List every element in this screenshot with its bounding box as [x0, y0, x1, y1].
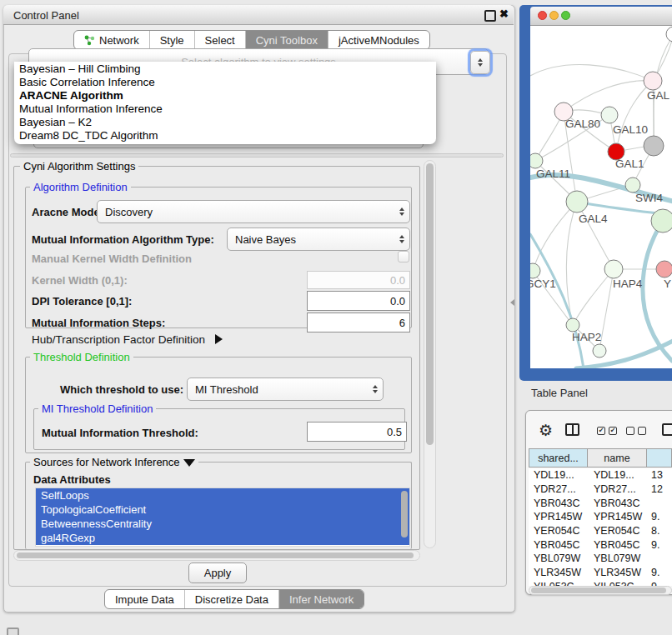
- tab-jactivemnodules[interactable]: jActiveMNodules: [328, 31, 429, 49]
- zoom-traffic-light[interactable]: [561, 11, 570, 20]
- list-scrollbar-thumb[interactable]: [401, 491, 408, 538]
- column-header-name[interactable]: name: [588, 448, 647, 468]
- dock-panel-icon[interactable]: [7, 628, 19, 635]
- table-cell: 8.: [647, 525, 659, 537]
- table-row[interactable]: YPR145WYPR145W9.: [529, 510, 672, 524]
- hub-definition-toggle[interactable]: Hub/Transcription Factor Definition: [32, 333, 223, 346]
- table-row[interactable]: YER054CYER054C8.: [529, 524, 672, 538]
- network-node[interactable]: [566, 191, 588, 212]
- table-row[interactable]: YDL19...YDL19...13: [529, 468, 672, 482]
- tab-network[interactable]: Network: [74, 31, 149, 49]
- attribute-item-gal4rgexp[interactable]: gal4RGexp: [36, 531, 409, 545]
- manual-kernel-checkbox[interactable]: [398, 251, 409, 262]
- table-header-row[interactable]: shared...name: [529, 448, 672, 468]
- apply-button[interactable]: Apply: [188, 562, 247, 583]
- network-node[interactable]: [530, 263, 540, 278]
- algorithm-option-dream8-dc-tdc-algorithm[interactable]: Dream8 DC_TDC Algorithm: [14, 129, 436, 142]
- tab-style[interactable]: Style: [149, 31, 194, 49]
- float-window-icon[interactable]: [484, 10, 496, 22]
- network-node[interactable]: [651, 209, 672, 232]
- network-node[interactable]: [644, 136, 664, 156]
- table-cell: 12: [647, 483, 663, 495]
- attribute-item-betweennesscentrality[interactable]: BetweennessCentrality: [36, 517, 409, 531]
- algorithm-option-basic-correlation-inference[interactable]: Basic Correlation Inference: [14, 76, 436, 89]
- which-threshold-combo[interactable]: MI Threshold: [187, 378, 384, 401]
- vscroll-thumb[interactable]: [426, 163, 434, 445]
- tab-select[interactable]: Select: [194, 31, 245, 49]
- checked-box-icon[interactable]: ✔: [609, 427, 617, 435]
- table-row[interactable]: YBR045CYBR045C9.: [529, 538, 672, 552]
- table-cell: YBL079W: [588, 552, 647, 564]
- mi-type-combo[interactable]: Naive Bayes: [227, 228, 410, 251]
- unchecked-box-icon[interactable]: [626, 427, 634, 435]
- settings-hscrollbar[interactable]: [13, 550, 420, 561]
- network-node[interactable]: [604, 260, 623, 278]
- table-hscroll-thumb[interactable]: [531, 588, 666, 593]
- tab-discretize-data[interactable]: Discretize Data: [184, 590, 278, 608]
- node-label: GAL11: [536, 168, 570, 180]
- network-edge[interactable]: [530, 65, 653, 81]
- table-row[interactable]: YBR043CYBR043C: [529, 496, 672, 510]
- network-node[interactable]: [644, 72, 662, 90]
- algorithm-option-bayesian-hill-climbing[interactable]: Bayesian – Hill Climbing: [14, 62, 436, 76]
- gear-icon[interactable]: ⚙: [539, 421, 553, 440]
- close-icon[interactable]: ✖: [499, 8, 509, 20]
- node-label: HAP4: [613, 278, 643, 290]
- network-window-titlebar[interactable]: [530, 7, 672, 26]
- column-header-shared[interactable]: shared...: [529, 448, 588, 468]
- aracne-mode-label: Aracne Mode:: [32, 206, 103, 218]
- tab-cyni-toolbox[interactable]: Cyni Toolbox: [245, 31, 328, 49]
- table-row[interactable]: YDR27...YDR27...12: [529, 482, 672, 497]
- kernel-width-field[interactable]: 0.0: [307, 271, 410, 289]
- table-hscrollbar[interactable]: [529, 586, 672, 595]
- network-view-window[interactable]: GALGAL80GAL10GAL1GAL11SWI4GAL4HAP4YGCY1H…: [519, 5, 672, 381]
- network-node[interactable]: [593, 344, 606, 358]
- table-row[interactable]: YBL079WYBL079W: [529, 552, 672, 566]
- split-divider[interactable]: [10, 153, 504, 158]
- algorithm-option-mutual-information-inference[interactable]: Mutual Information Inference: [14, 102, 436, 116]
- tab-style-label: Style: [160, 34, 184, 47]
- table-cell: YDR27...: [529, 483, 588, 495]
- network-node[interactable]: [625, 178, 640, 192]
- mi-steps-field[interactable]: 6: [307, 312, 410, 332]
- network-node[interactable]: [601, 107, 618, 123]
- sash-collapse-icon[interactable]: [510, 299, 514, 306]
- mi-threshold-field[interactable]: 0.5: [307, 422, 407, 442]
- attribute-item-topologicalcoefficient[interactable]: TopologicalCoefficient: [36, 502, 409, 517]
- sources-legend[interactable]: Sources for Network Inference: [30, 456, 198, 468]
- aracne-mode-combo[interactable]: Discovery: [97, 200, 410, 223]
- network-edge-highlighted[interactable]: [643, 221, 672, 361]
- table-row[interactable]: YLR345WYLR345W9.: [529, 566, 672, 580]
- node-label: GAL4: [579, 212, 608, 225]
- settings-vscrollbar[interactable]: [424, 160, 436, 548]
- dpi-tolerance-field[interactable]: 0.0: [307, 291, 410, 311]
- table-body[interactable]: YDL19...YDL19...13YDR27...YDR27...12YBR0…: [529, 468, 672, 586]
- checked-box-icon[interactable]: ✔: [597, 427, 605, 435]
- network-edge[interactable]: [599, 269, 614, 351]
- partial-toolbar-icon[interactable]: [662, 423, 672, 436]
- algorithm-option-bayesian-k2[interactable]: Bayesian – K2: [14, 116, 436, 129]
- network-node[interactable]: [566, 318, 579, 332]
- table-row[interactable]: YIL053CYIL053C9: [529, 580, 672, 587]
- data-attributes-list[interactable]: SelfLoopsTopologicalCoefficientBetweenne…: [35, 488, 410, 547]
- tab-impute-data[interactable]: Impute Data: [105, 590, 184, 608]
- network-edge[interactable]: [573, 269, 614, 325]
- network-node[interactable]: [666, 27, 672, 42]
- algorithm-combo-spinner[interactable]: [470, 51, 490, 74]
- network-edge-highlighted[interactable]: [530, 234, 584, 368]
- minimize-traffic-light[interactable]: [549, 11, 559, 20]
- network-graph-canvas[interactable]: GALGAL80GAL10GAL1GAL11SWI4GAL4HAP4YGCY1H…: [530, 26, 672, 368]
- unchecked-box-icon[interactable]: [638, 427, 646, 435]
- hscroll-thumb[interactable]: [17, 552, 414, 558]
- attribute-item-selfloops[interactable]: SelfLoops: [36, 488, 409, 502]
- tab-infer-network[interactable]: Infer Network: [278, 590, 364, 608]
- algorithm-option-aracne-algorithm[interactable]: ARACNE Algorithm: [14, 89, 436, 102]
- close-traffic-light[interactable]: [538, 11, 547, 20]
- column-header-partial[interactable]: [647, 448, 672, 468]
- control-panel-titlebar[interactable]: [3, 5, 514, 25]
- network-node[interactable]: [530, 153, 543, 168]
- network-node[interactable]: [656, 261, 672, 278]
- network-edge[interactable]: [533, 202, 577, 271]
- column-layout-icon[interactable]: [565, 423, 579, 436]
- table-cell: YBR045C: [529, 539, 588, 551]
